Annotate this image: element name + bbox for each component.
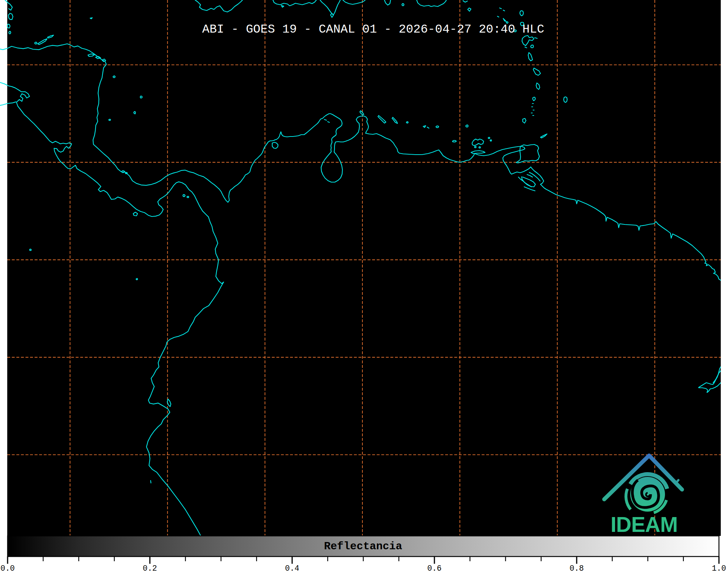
svg-text:0.0: 0.0 [0, 564, 15, 571]
svg-text:IDEAM: IDEAM [610, 513, 677, 537]
svg-text:0.6: 0.6 [427, 564, 442, 571]
svg-text:0.4: 0.4 [285, 564, 299, 571]
svg-text:0.2: 0.2 [143, 564, 157, 571]
svg-text:Reflectancia: Reflectancia [324, 540, 402, 553]
svg-text:1.0: 1.0 [712, 564, 726, 571]
svg-text:ABI - GOES 19 - CANAL 01 - 202: ABI - GOES 19 - CANAL 01 - 2026-04-27 20… [202, 22, 544, 36]
svg-text:0.8: 0.8 [569, 564, 584, 571]
